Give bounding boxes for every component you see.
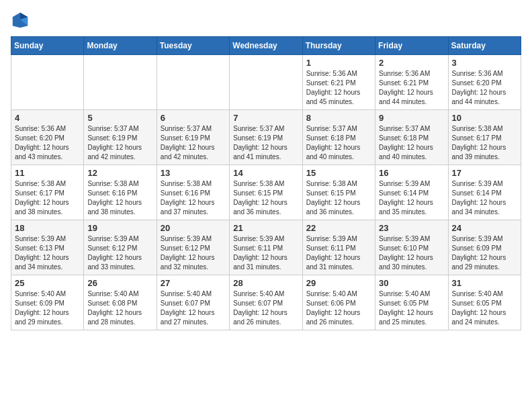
calendar-cell: 24Sunrise: 5:39 AMSunset: 6:09 PMDayligh… <box>448 220 521 275</box>
day-info: Sunrise: 5:39 AMSunset: 6:12 PMDaylight:… <box>87 234 152 272</box>
day-info: Sunrise: 5:38 AMSunset: 6:16 PMDaylight:… <box>161 179 226 217</box>
day-number: 15 <box>306 168 371 178</box>
calendar-cell <box>11 55 84 110</box>
logo <box>11 11 32 30</box>
calendar-cell: 20Sunrise: 5:39 AMSunset: 6:12 PMDayligh… <box>157 220 229 275</box>
calendar-cell: 18Sunrise: 5:39 AMSunset: 6:13 PMDayligh… <box>11 220 84 275</box>
day-number: 7 <box>233 113 298 123</box>
calendar-cell: 21Sunrise: 5:39 AMSunset: 6:11 PMDayligh… <box>230 220 302 275</box>
day-number: 20 <box>161 223 226 233</box>
day-info: Sunrise: 5:40 AMSunset: 6:05 PMDaylight:… <box>452 289 517 327</box>
day-info: Sunrise: 5:39 AMSunset: 6:10 PMDaylight:… <box>379 234 444 272</box>
calendar-cell: 31Sunrise: 5:40 AMSunset: 6:05 PMDayligh… <box>448 275 521 330</box>
day-info: Sunrise: 5:38 AMSunset: 6:16 PMDaylight:… <box>87 179 152 217</box>
day-info: Sunrise: 5:38 AMSunset: 6:15 PMDaylight:… <box>233 179 298 217</box>
calendar-cell: 14Sunrise: 5:38 AMSunset: 6:15 PMDayligh… <box>230 165 302 220</box>
day-info: Sunrise: 5:36 AMSunset: 6:20 PMDaylight:… <box>15 124 80 162</box>
calendar-cell: 11Sunrise: 5:38 AMSunset: 6:17 PMDayligh… <box>11 165 84 220</box>
calendar-cell: 5Sunrise: 5:37 AMSunset: 6:19 PMDaylight… <box>84 110 157 165</box>
calendar-header-wednesday: Wednesday <box>230 37 302 55</box>
day-info: Sunrise: 5:39 AMSunset: 6:13 PMDaylight:… <box>15 234 80 272</box>
day-info: Sunrise: 5:40 AMSunset: 6:09 PMDaylight:… <box>15 289 80 327</box>
calendar-cell: 8Sunrise: 5:37 AMSunset: 6:18 PMDaylight… <box>302 110 375 165</box>
calendar-cell: 3Sunrise: 5:36 AMSunset: 6:20 PMDaylight… <box>448 55 521 110</box>
day-number: 11 <box>15 168 80 178</box>
day-number: 8 <box>306 113 371 123</box>
calendar-cell: 4Sunrise: 5:36 AMSunset: 6:20 PMDaylight… <box>11 110 84 165</box>
calendar-cell: 25Sunrise: 5:40 AMSunset: 6:09 PMDayligh… <box>11 275 84 330</box>
calendar-cell: 30Sunrise: 5:40 AMSunset: 6:05 PMDayligh… <box>375 275 448 330</box>
calendar-cell <box>84 55 157 110</box>
day-info: Sunrise: 5:40 AMSunset: 6:05 PMDaylight:… <box>379 289 444 327</box>
day-number: 6 <box>161 113 226 123</box>
day-number: 25 <box>15 278 80 288</box>
day-number: 29 <box>306 278 371 288</box>
page-header <box>11 11 521 30</box>
day-number: 16 <box>379 168 444 178</box>
day-number: 4 <box>15 113 80 123</box>
day-number: 12 <box>87 168 152 178</box>
calendar-cell: 26Sunrise: 5:40 AMSunset: 6:08 PMDayligh… <box>84 275 157 330</box>
calendar-week-3: 11Sunrise: 5:38 AMSunset: 6:17 PMDayligh… <box>11 165 521 220</box>
day-info: Sunrise: 5:38 AMSunset: 6:15 PMDaylight:… <box>306 179 371 217</box>
day-info: Sunrise: 5:37 AMSunset: 6:19 PMDaylight:… <box>233 124 298 162</box>
day-info: Sunrise: 5:37 AMSunset: 6:18 PMDaylight:… <box>306 124 371 162</box>
day-number: 14 <box>233 168 298 178</box>
calendar-cell: 28Sunrise: 5:40 AMSunset: 6:07 PMDayligh… <box>230 275 302 330</box>
day-number: 17 <box>452 168 517 178</box>
calendar-cell: 6Sunrise: 5:37 AMSunset: 6:19 PMDaylight… <box>157 110 229 165</box>
calendar-cell: 9Sunrise: 5:37 AMSunset: 6:18 PMDaylight… <box>375 110 448 165</box>
calendar-header-tuesday: Tuesday <box>157 37 229 55</box>
calendar-cell: 13Sunrise: 5:38 AMSunset: 6:16 PMDayligh… <box>157 165 229 220</box>
calendar-cell: 29Sunrise: 5:40 AMSunset: 6:06 PMDayligh… <box>302 275 375 330</box>
calendar-table: SundayMondayTuesdayWednesdayThursdayFrid… <box>11 36 521 330</box>
day-number: 1 <box>306 58 371 68</box>
day-info: Sunrise: 5:37 AMSunset: 6:18 PMDaylight:… <box>379 124 444 162</box>
calendar-week-5: 25Sunrise: 5:40 AMSunset: 6:09 PMDayligh… <box>11 275 521 330</box>
day-info: Sunrise: 5:39 AMSunset: 6:09 PMDaylight:… <box>452 234 517 272</box>
day-number: 18 <box>15 223 80 233</box>
calendar-cell: 12Sunrise: 5:38 AMSunset: 6:16 PMDayligh… <box>84 165 157 220</box>
calendar-cell: 7Sunrise: 5:37 AMSunset: 6:19 PMDaylight… <box>230 110 302 165</box>
calendar-cell: 22Sunrise: 5:39 AMSunset: 6:11 PMDayligh… <box>302 220 375 275</box>
day-info: Sunrise: 5:36 AMSunset: 6:21 PMDaylight:… <box>379 69 444 107</box>
day-number: 5 <box>87 113 152 123</box>
day-info: Sunrise: 5:38 AMSunset: 6:17 PMDaylight:… <box>452 124 517 162</box>
day-number: 13 <box>161 168 226 178</box>
day-info: Sunrise: 5:36 AMSunset: 6:21 PMDaylight:… <box>306 69 371 107</box>
day-info: Sunrise: 5:40 AMSunset: 6:07 PMDaylight:… <box>233 289 298 327</box>
calendar-cell: 15Sunrise: 5:38 AMSunset: 6:15 PMDayligh… <box>302 165 375 220</box>
calendar-header-saturday: Saturday <box>448 37 521 55</box>
calendar-cell: 19Sunrise: 5:39 AMSunset: 6:12 PMDayligh… <box>84 220 157 275</box>
day-info: Sunrise: 5:39 AMSunset: 6:14 PMDaylight:… <box>452 179 517 217</box>
logo-icon <box>11 11 30 30</box>
day-info: Sunrise: 5:37 AMSunset: 6:19 PMDaylight:… <box>87 124 152 162</box>
day-number: 3 <box>452 58 517 68</box>
calendar-cell <box>230 55 302 110</box>
calendar-cell: 10Sunrise: 5:38 AMSunset: 6:17 PMDayligh… <box>448 110 521 165</box>
day-number: 24 <box>452 223 517 233</box>
calendar-cell: 16Sunrise: 5:39 AMSunset: 6:14 PMDayligh… <box>375 165 448 220</box>
day-info: Sunrise: 5:39 AMSunset: 6:14 PMDaylight:… <box>379 179 444 217</box>
day-number: 21 <box>233 223 298 233</box>
day-number: 26 <box>87 278 152 288</box>
calendar-header-monday: Monday <box>84 37 157 55</box>
calendar-week-2: 4Sunrise: 5:36 AMSunset: 6:20 PMDaylight… <box>11 110 521 165</box>
calendar-week-1: 1Sunrise: 5:36 AMSunset: 6:21 PMDaylight… <box>11 55 521 110</box>
day-info: Sunrise: 5:37 AMSunset: 6:19 PMDaylight:… <box>161 124 226 162</box>
calendar-cell: 27Sunrise: 5:40 AMSunset: 6:07 PMDayligh… <box>157 275 229 330</box>
day-number: 23 <box>379 223 444 233</box>
day-number: 27 <box>161 278 226 288</box>
day-info: Sunrise: 5:40 AMSunset: 6:06 PMDaylight:… <box>306 289 371 327</box>
day-number: 2 <box>379 58 444 68</box>
day-number: 31 <box>452 278 517 288</box>
calendar-week-4: 18Sunrise: 5:39 AMSunset: 6:13 PMDayligh… <box>11 220 521 275</box>
day-number: 22 <box>306 223 371 233</box>
day-number: 10 <box>452 113 517 123</box>
day-info: Sunrise: 5:39 AMSunset: 6:12 PMDaylight:… <box>161 234 226 272</box>
calendar-cell <box>157 55 229 110</box>
day-number: 9 <box>379 113 444 123</box>
day-info: Sunrise: 5:39 AMSunset: 6:11 PMDaylight:… <box>233 234 298 272</box>
day-info: Sunrise: 5:40 AMSunset: 6:08 PMDaylight:… <box>87 289 152 327</box>
day-number: 30 <box>379 278 444 288</box>
